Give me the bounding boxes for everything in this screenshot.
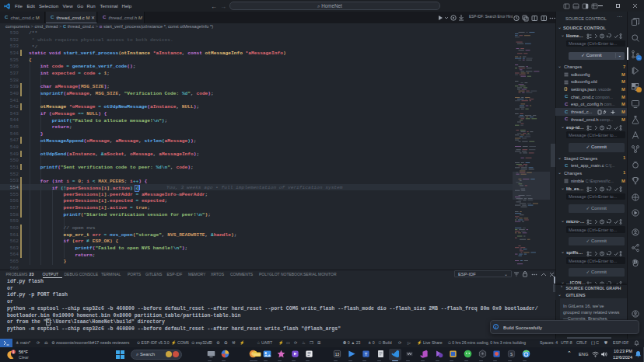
svg-text:13: 13 <box>335 353 340 357</box>
svg-text:S: S <box>510 353 513 357</box>
svg-text:T: T <box>365 352 368 357</box>
svg-text:1: 1 <box>12 350 15 354</box>
